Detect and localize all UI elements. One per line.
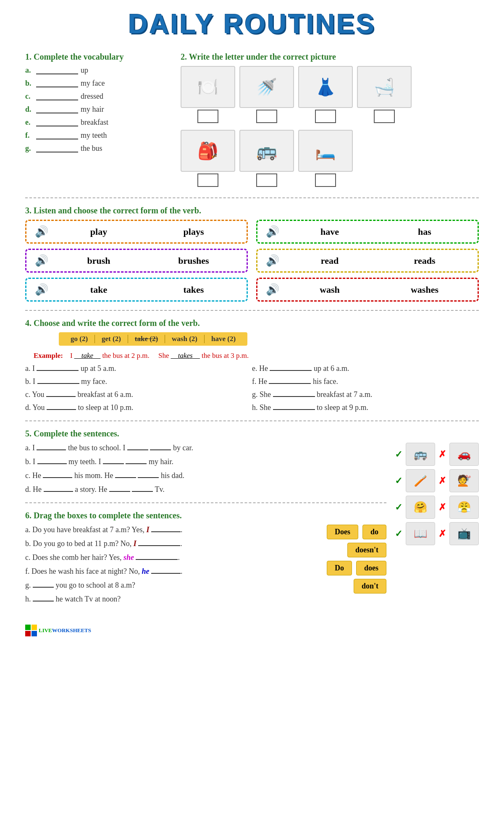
drag-sentence-g: g. you go to school at 8 a.m? <box>25 580 318 590</box>
blank-5b1[interactable] <box>37 457 67 464</box>
drag-box-dont[interactable]: don't <box>354 579 386 594</box>
section5-images: ✓ 🚌 ✗ 🚗 ✓ 🪥 ✗ 💇 ✓ 🤗 ✗ 😤 ✓ 📖 ✗ � <box>395 443 479 545</box>
picture-4: 🛁 <box>357 66 412 108</box>
drag-box-does[interactable]: Does <box>327 525 358 539</box>
picture-item-2: 🚿 <box>239 66 294 123</box>
s5-img-row-3: ✓ 🤗 ✗ 😤 <box>395 496 479 519</box>
blank-5c3[interactable] <box>138 470 159 478</box>
verb-column-left: 🔊 play plays 🔊 brush brushes 🔊 take take… <box>25 220 248 302</box>
blank-6h[interactable] <box>33 594 54 601</box>
picture-row-1: 🍽️ 🚿 👗 🛁 <box>181 66 479 123</box>
blank-g[interactable] <box>36 145 78 152</box>
logo-sq-blue <box>32 631 37 636</box>
answer-box-3[interactable] <box>315 110 336 123</box>
blank-6a[interactable] <box>151 525 181 532</box>
section5: 5. Complete the sentences. ✓ 🚌 ✗ 🚗 ✓ 🪥 ✗… <box>25 429 479 494</box>
answer-box-6[interactable] <box>256 173 277 187</box>
answer-box-2[interactable] <box>256 110 277 123</box>
picture-5: 🎒 <box>181 130 235 172</box>
answer-box-7[interactable] <box>315 173 336 187</box>
blank-c[interactable] <box>36 93 78 100</box>
s5-img-row-1: ✓ 🚌 ✗ 🚗 <box>395 443 479 466</box>
verb-box-read[interactable]: 🔊 read reads <box>256 249 479 273</box>
blank-f[interactable] <box>36 132 78 139</box>
page-title: DAILY ROUTINES <box>25 8 479 39</box>
answer-box-5[interactable] <box>197 173 218 187</box>
picture-item-3: 👗 <box>298 66 353 123</box>
blank-5d2[interactable] <box>109 484 130 492</box>
blank-5a3[interactable] <box>150 443 171 450</box>
s5-sentence-b: b. I my teeth. I my hair. <box>25 457 386 466</box>
blank-6f[interactable] <box>151 566 181 574</box>
wb-wash: wash (2) <box>165 335 205 343</box>
speaker-icon-4[interactable]: 🔊 <box>266 225 279 238</box>
blank-e[interactable] <box>36 119 78 126</box>
wb-have: have (2) <box>205 335 242 343</box>
vocab-item-b: b. my face <box>25 79 168 88</box>
verb-box-have[interactable]: 🔊 have has <box>256 220 479 244</box>
logo-sq-green <box>25 625 31 630</box>
s5-img-4-cross: 📺 <box>449 522 479 545</box>
picture-row-2: 🎒 🚌 🛏️ <box>181 130 479 187</box>
s5-sentence-a: a. I the bus to school. I by car. <box>25 443 386 452</box>
speaker-icon-1[interactable]: 🔊 <box>35 225 48 238</box>
s5-img-row-4: ✓ 📖 ✗ 📺 <box>395 522 479 545</box>
picture-2: 🚿 <box>239 66 294 108</box>
blank-5d3[interactable] <box>132 484 153 492</box>
blank-4b-left[interactable] <box>37 376 79 384</box>
verb-box-brush[interactable]: 🔊 brush brushes <box>25 249 248 273</box>
blank-5a1[interactable] <box>37 443 66 450</box>
drag-box-do[interactable]: do <box>362 525 386 539</box>
s5-img-1-check: 🚌 <box>406 443 435 466</box>
answer-box-1[interactable] <box>197 110 218 123</box>
blank-a[interactable] <box>36 67 78 74</box>
verb-column-right: 🔊 have has 🔊 read reads 🔊 wash washes <box>256 220 479 302</box>
blank-4a-left[interactable] <box>37 363 79 371</box>
section1-title: 1. Complete the vocabulary <box>25 52 168 62</box>
blank-5a2[interactable] <box>127 443 148 450</box>
drag-row-2: doesn't <box>347 543 386 557</box>
blank-4d-right[interactable] <box>273 402 315 410</box>
s5-img-2-check: 🪥 <box>406 469 435 492</box>
drag-box-doesnt[interactable]: doesn't <box>347 543 386 557</box>
blank-5b3[interactable] <box>126 457 147 464</box>
speaker-icon-3[interactable]: 🔊 <box>35 283 48 296</box>
vocab-item-c: c. dressed <box>25 92 168 101</box>
wb-get: get (2) <box>95 335 128 343</box>
vocab-item-g: g. the bus <box>25 144 168 153</box>
speaker-icon-6[interactable]: 🔊 <box>266 283 279 296</box>
blank-5d1[interactable] <box>44 484 73 492</box>
blank-b[interactable] <box>36 80 78 87</box>
drag-row-1: Does do <box>327 525 386 539</box>
blank-4d-left[interactable] <box>47 402 76 410</box>
blank-d[interactable] <box>36 106 78 113</box>
drag-box-does2[interactable]: does <box>356 561 386 575</box>
s5-sentence-d: d. He a story. He Tv. <box>25 484 386 494</box>
blank-6b[interactable] <box>138 538 180 546</box>
footer-text: LIVEWORKSHEETS <box>39 627 91 634</box>
blank-5c2[interactable] <box>115 470 136 478</box>
blank-4b-right[interactable] <box>269 376 311 384</box>
answer-box-4[interactable] <box>374 110 395 123</box>
drag-sentence-h: h. he watch Tv at noon? <box>25 594 479 604</box>
section2-title: 2. Write the letter under the correct pi… <box>181 52 479 62</box>
picture-item-6: 🚌 <box>239 130 294 187</box>
blank-6c[interactable] <box>136 552 178 560</box>
verb-box-take[interactable]: 🔊 take takes <box>25 278 248 302</box>
blank-6g[interactable] <box>33 580 54 588</box>
drag-box-Do[interactable]: Do <box>327 561 352 575</box>
speaker-icon-2[interactable]: 🔊 <box>35 254 48 267</box>
picture-1: 🍽️ <box>181 66 235 108</box>
blank-4c-left[interactable] <box>46 389 76 397</box>
blank-4a-right[interactable] <box>270 363 312 371</box>
s5-img-2-cross: 💇 <box>449 469 479 492</box>
s5-img-3-cross: 😤 <box>449 496 479 519</box>
blank-5b2[interactable] <box>103 457 124 464</box>
blank-5c1[interactable] <box>43 470 72 478</box>
drag-row-4: don't <box>354 579 386 594</box>
verb-box-wash[interactable]: 🔊 wash washes <box>256 278 479 302</box>
section5-inner: ✓ 🚌 ✗ 🚗 ✓ 🪥 ✗ 💇 ✓ 🤗 ✗ 😤 ✓ 📖 ✗ � <box>25 443 479 494</box>
blank-4c-right[interactable] <box>273 389 315 397</box>
verb-box-play[interactable]: 🔊 play plays <box>25 220 248 244</box>
speaker-icon-5[interactable]: 🔊 <box>266 254 279 267</box>
